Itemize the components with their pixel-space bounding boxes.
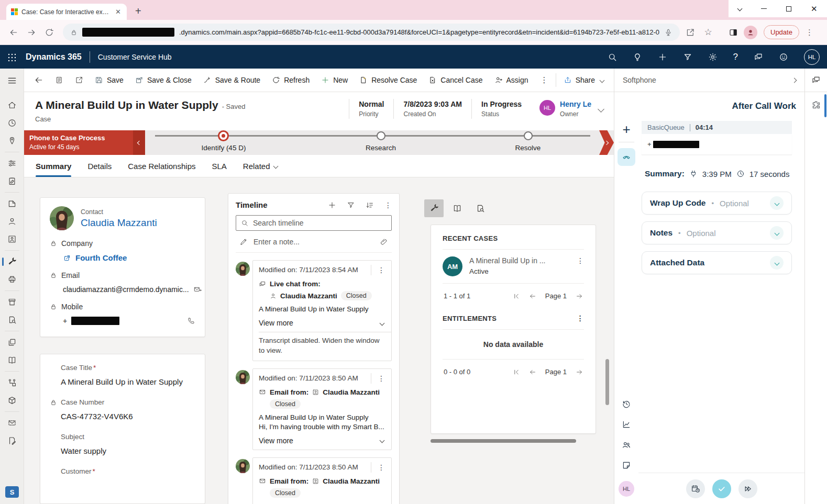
sidebar-item-queues[interactable]: [0, 271, 24, 288]
notes-icon[interactable]: [622, 461, 631, 470]
sidebar-item-knowledge-search[interactable]: [0, 311, 24, 329]
row-more-icon[interactable]: ⋮: [577, 256, 584, 276]
sidebar-item-accounts[interactable]: [0, 195, 24, 212]
prev-page-icon[interactable]: [529, 368, 536, 376]
assign-button[interactable]: Assign: [489, 69, 534, 92]
complete-acw-button[interactable]: [712, 479, 731, 498]
sidebar-item-notes[interactable]: [0, 432, 24, 450]
browser-forward-icon[interactable]: [24, 25, 39, 40]
plugin-puzzle-icon[interactable]: [811, 100, 821, 111]
tab-close-icon[interactable]: ✕: [114, 8, 122, 16]
entry-person-link[interactable]: Claudia Mazzanti: [323, 477, 380, 485]
first-page-icon[interactable]: [513, 368, 520, 376]
bpf-collapse-icon[interactable]: [133, 130, 145, 155]
notes-accordion[interactable]: Notes • Optional: [642, 221, 792, 244]
save-close-button[interactable]: Save & Close: [129, 69, 197, 92]
sidebar-item-activities[interactable]: [0, 172, 24, 190]
schedule-followup-button[interactable]: [686, 479, 705, 498]
cancel-case-button[interactable]: Cancel Case: [423, 69, 488, 92]
save-route-button[interactable]: Save & Route: [197, 69, 266, 92]
timeline-search-box[interactable]: [236, 215, 392, 231]
gear-icon[interactable]: [708, 52, 718, 62]
contact-name-link[interactable]: Claudia Mazzanti: [81, 217, 157, 229]
knowledge-tool-icon[interactable]: [447, 199, 467, 217]
form-selector-icon[interactable]: [49, 69, 69, 92]
phone-call-icon[interactable]: [187, 317, 195, 325]
new-session-icon[interactable]: +: [622, 122, 630, 136]
back-button[interactable]: [28, 69, 49, 92]
minimize-icon[interactable]: [761, 8, 767, 9]
tab-sla[interactable]: SLA: [212, 155, 226, 177]
sidebar-item-knowledge-base[interactable]: [0, 351, 24, 369]
entry-more-icon[interactable]: ⋮: [371, 462, 391, 473]
sidebar-item-email-templates[interactable]: [0, 333, 24, 351]
case-title-value[interactable]: A Mineral Build Up in Water Supply: [61, 377, 195, 386]
refresh-button[interactable]: Refresh: [266, 69, 315, 92]
timeline-note-row[interactable]: [236, 231, 392, 253]
entry-more-icon[interactable]: ⋮: [371, 373, 391, 384]
sitemap-toggle-icon[interactable]: [7, 69, 17, 92]
new-button[interactable]: New: [315, 69, 354, 92]
feedback-chat-icon[interactable]: [754, 52, 763, 62]
bpf-stage-resolve-label[interactable]: Resolve: [515, 144, 541, 152]
sidebar-item-home[interactable]: [0, 96, 24, 114]
sidebar-item-recent[interactable]: [0, 114, 24, 132]
tab-case-relationships[interactable]: Case Relationships: [128, 155, 195, 177]
first-page-icon[interactable]: [513, 293, 520, 300]
analytics-icon[interactable]: [622, 420, 631, 429]
recent-case-title[interactable]: A Mineral Build Up in ...: [469, 256, 546, 265]
owner-field[interactable]: HL Henry Le Owner: [531, 99, 597, 118]
address-bar[interactable]: .dynamics.com/main.aspx?appid=6685b74b-f…: [63, 24, 680, 41]
bpf-stage-research-label[interactable]: Research: [366, 144, 396, 152]
more-commands-icon[interactable]: ⋮: [534, 75, 555, 85]
tab-related[interactable]: Related: [243, 155, 278, 177]
timeline-search-input[interactable]: [253, 219, 387, 227]
new-tab-button[interactable]: +: [135, 6, 141, 16]
browser-tab[interactable]: Case: Case for Interactive experie ✕: [6, 4, 127, 20]
browser-menu-icon[interactable]: ⋮: [802, 28, 817, 37]
similar-cases-tool-icon[interactable]: [470, 199, 490, 217]
tab-summary[interactable]: Summary: [36, 155, 71, 177]
horizontal-scrollbar[interactable]: [431, 439, 576, 443]
related-cases-tool-icon[interactable]: [424, 199, 444, 217]
bpf-next-stage-icon[interactable]: [599, 130, 614, 155]
chevron-down-icon[interactable]: [770, 256, 784, 270]
prev-page-icon[interactable]: [529, 293, 536, 300]
tab-details[interactable]: Details: [87, 155, 112, 177]
lightbulb-icon[interactable]: [633, 52, 642, 62]
sidebar-item-cases[interactable]: [0, 253, 24, 271]
view-more-button[interactable]: View more: [259, 436, 391, 445]
browser-back-icon[interactable]: [6, 25, 21, 40]
entitlements-more-icon[interactable]: ⋮: [577, 314, 584, 322]
send-email-icon[interactable]: [193, 285, 202, 294]
collapse-panel-icon[interactable]: [792, 77, 797, 83]
app-name[interactable]: Customer Service Hub: [98, 53, 172, 61]
timeline-filter-icon[interactable]: [347, 201, 355, 209]
bpf-stage-identify-dot[interactable]: [218, 130, 229, 141]
sidebar-item-dashboards[interactable]: [0, 154, 24, 172]
entry-more-icon[interactable]: ⋮: [371, 265, 391, 275]
next-page-icon[interactable]: [576, 293, 583, 300]
bookmark-star-icon[interactable]: ☆: [701, 25, 715, 40]
company-link[interactable]: Fourth Coffee: [75, 253, 127, 262]
note-input[interactable]: [253, 238, 374, 246]
wrap-up-code-accordion[interactable]: Wrap Up Code • Optional: [642, 192, 792, 215]
search-icon[interactable]: [608, 52, 617, 62]
user-avatar[interactable]: HL: [804, 49, 820, 65]
waffle-icon[interactable]: [7, 53, 16, 61]
tab-search-icon[interactable]: [737, 6, 743, 12]
panel-scrollbar[interactable]: [824, 94, 826, 117]
attached-data-accordion[interactable]: Attached Data: [642, 251, 792, 274]
timeline-more-icon[interactable]: ⋮: [384, 201, 392, 209]
maximize-icon[interactable]: [786, 6, 791, 12]
subject-value[interactable]: Water supply: [61, 446, 195, 455]
save-button[interactable]: Save: [89, 69, 129, 92]
agent-presence-avatar[interactable]: HL: [619, 481, 634, 497]
bpf-process-tag[interactable]: Phone to Case Process Active for 45 days: [24, 130, 133, 155]
sidebar-item-marketing[interactable]: [0, 414, 24, 432]
sidebar-item-pinned[interactable]: [0, 132, 24, 150]
email-value[interactable]: claudiamazzanti@crmdemo.dynamic...: [63, 285, 189, 294]
paperclip-icon[interactable]: [380, 238, 388, 246]
header-expand-chevron-icon[interactable]: [599, 104, 603, 114]
brand-title[interactable]: Dynamics 365: [26, 52, 82, 62]
